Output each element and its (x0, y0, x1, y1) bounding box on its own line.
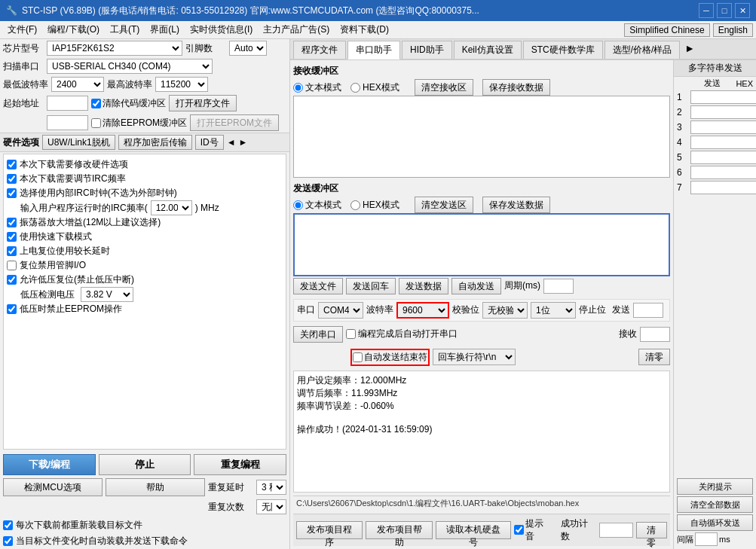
send-textarea[interactable] (293, 213, 670, 276)
pin-select[interactable]: Auto (229, 41, 267, 56)
send-file-button[interactable]: 发送文件 (293, 278, 343, 294)
parity-select[interactable]: 无校验 (482, 302, 528, 319)
send-hex-mode[interactable]: HEX模式 (350, 199, 399, 212)
multi-input-3[interactable] (690, 120, 756, 134)
menu-tools[interactable]: 工具(T) (106, 22, 144, 38)
addr-input-1[interactable]: 0x0000 (47, 96, 88, 111)
retry-count-select[interactable]: 无限 (256, 499, 286, 514)
nav-left-icon[interactable]: ◄ (227, 137, 236, 148)
hw-checkbox-7[interactable] (7, 275, 17, 285)
recv-hex-mode[interactable]: HEX模式 (350, 81, 399, 94)
multi-input-4[interactable] (690, 136, 756, 149)
auto-loop-button[interactable]: 自动循环发送 (677, 514, 753, 531)
scan-port-select[interactable]: USB-SERIAL CH340 (COM4) (47, 59, 213, 74)
multi-input-2[interactable] (690, 105, 756, 119)
clear-count-button[interactable]: 清零 (638, 349, 670, 365)
max-baud-select[interactable]: 115200 (155, 77, 208, 92)
hw-checkbox-3[interactable] (7, 218, 17, 227)
read-hardware-button[interactable]: 读取本机硬盘号 (436, 521, 511, 539)
send-count-input[interactable]: 100 (633, 303, 663, 318)
recv-text-mode[interactable]: 文本模式 (293, 81, 341, 94)
tab-hw-math[interactable]: STC硬件数学库 (523, 41, 603, 59)
menu-file[interactable]: 文件(F) (3, 22, 41, 38)
hw-checkbox-2[interactable] (7, 188, 17, 198)
auto-send-button[interactable]: 自动发送 (451, 278, 501, 294)
send-data-button[interactable]: 发送数据 (399, 278, 448, 294)
low-volt-select[interactable]: 3.82 V (81, 287, 133, 302)
recv-textarea[interactable] (293, 96, 670, 178)
minimize-button[interactable]: ─ (699, 3, 714, 18)
multi-input-1[interactable] (690, 90, 756, 104)
end-symbol-select[interactable]: 回车换行符\r\n (433, 349, 516, 365)
clear-success-button[interactable]: 清零 (636, 522, 667, 538)
clear-send-button[interactable]: 清空发送区 (415, 197, 473, 213)
tab-more-icon[interactable]: ► (681, 41, 698, 59)
clear-eeprom-check[interactable]: 清除EEPROM缓冲区 (91, 117, 187, 130)
maximize-button[interactable]: □ (717, 3, 732, 18)
title-bar-controls: ─ □ ✕ (699, 3, 750, 18)
tab-keil[interactable]: Keil仿真设置 (454, 41, 522, 59)
clear-code-check[interactable]: 清除代码缓冲区 (91, 97, 166, 110)
irc-freq-select[interactable]: 12.000 (151, 200, 192, 215)
lang-chinese-button[interactable]: Simplified Chinese (624, 23, 709, 37)
multi-input-7[interactable] (690, 181, 756, 194)
redownload-button[interactable]: 重复编程 (194, 454, 286, 475)
menu-realtime[interactable]: 实时供货信息(I) (185, 22, 257, 38)
tab-hid[interactable]: HID助手 (402, 41, 452, 59)
download-button[interactable]: 下载/编程 (3, 454, 96, 475)
hw-checkbox-8[interactable] (7, 304, 17, 314)
multi-input-5[interactable] (690, 151, 756, 164)
help-button[interactable]: 帮助 (106, 478, 205, 496)
reload-checkbox[interactable] (3, 520, 13, 530)
retry-delay-select[interactable]: 3 秒 (256, 480, 286, 495)
stop-button[interactable]: 停止 (99, 454, 191, 475)
interval-input[interactable]: 0 (695, 532, 718, 546)
send-return-button[interactable]: 发送回车 (346, 278, 396, 294)
clear-recv-button[interactable]: 清空接收区 (415, 79, 473, 96)
hw-checkbox-1[interactable] (7, 174, 17, 184)
success-count-input[interactable]: 4501 (599, 523, 633, 538)
hw-checkbox-4[interactable] (7, 232, 17, 242)
publish-prog-button[interactable]: 发布项目程序 (296, 521, 363, 539)
menu-ui[interactable]: 界面(L) (145, 22, 184, 38)
open-prog-file-button[interactable]: 打开程序文件 (169, 95, 237, 111)
hw-checkbox-5[interactable] (7, 246, 17, 256)
baud-select[interactable]: 9600 (396, 302, 449, 319)
send-text-mode[interactable]: 文本模式 (293, 199, 341, 212)
save-recv-button[interactable]: 保存接收数据 (482, 79, 550, 96)
hw-btn-3[interactable]: ID号 (195, 135, 224, 150)
recv-count-input[interactable]: 1058 (640, 327, 670, 342)
tab-serial[interactable]: 串口助手 (347, 41, 400, 59)
detect-mcu-button[interactable]: 检测MCU选项 (3, 478, 103, 496)
port-select[interactable]: COM4 (318, 302, 363, 319)
save-send-button[interactable]: 保存发送数据 (482, 197, 550, 213)
tab-prog-file[interactable]: 程序文件 (293, 41, 346, 59)
menu-product[interactable]: 主力产品广告(S) (259, 22, 334, 38)
menu-program[interactable]: 编程/下载(O) (43, 22, 104, 38)
auto-send-end-check[interactable]: 自动发送结束符 (350, 349, 430, 366)
hw-btn-2[interactable]: 程序加密后传输 (118, 135, 192, 150)
auto-load-checkbox[interactable] (3, 536, 13, 546)
clear-all-button[interactable]: 清空全部数据 (677, 496, 753, 513)
close-button[interactable]: ✕ (735, 3, 750, 18)
sound-check[interactable]: 提示音 (514, 517, 552, 543)
hw-checkbox-6[interactable] (7, 261, 17, 270)
min-baud-select[interactable]: 2400 (51, 77, 104, 92)
publish-help-button[interactable]: 发布项目帮助 (366, 521, 432, 539)
close-hint-button[interactable]: 关闭提示 (677, 478, 753, 495)
min-baud-label: 最低波特率 (3, 78, 48, 91)
open-eeprom-file-button[interactable]: 打开EEPROM文件 (190, 114, 279, 131)
menu-download[interactable]: 资料下载(D) (335, 22, 393, 38)
lang-english-button[interactable]: English (713, 23, 753, 37)
auto-open-check[interactable]: 编程完成后自动打开串口 (346, 328, 458, 340)
multi-input-6[interactable] (690, 166, 756, 179)
stopbits-select[interactable]: 1位 (531, 302, 576, 319)
close-port-button[interactable]: 关闭串口 (293, 326, 343, 343)
hw-checkbox-0[interactable] (7, 160, 17, 169)
hw-btn-1[interactable]: U8W/Link1脱机 (42, 135, 115, 150)
period-input[interactable]: 100 (543, 279, 574, 294)
nav-right-icon[interactable]: ► (239, 137, 248, 148)
chip-type-select[interactable]: IAP15F2K61S2 (47, 41, 182, 56)
addr-input-2[interactable]: 0x0000 (47, 115, 88, 130)
tab-selection[interactable]: 选型/价格/样品 (604, 41, 681, 59)
